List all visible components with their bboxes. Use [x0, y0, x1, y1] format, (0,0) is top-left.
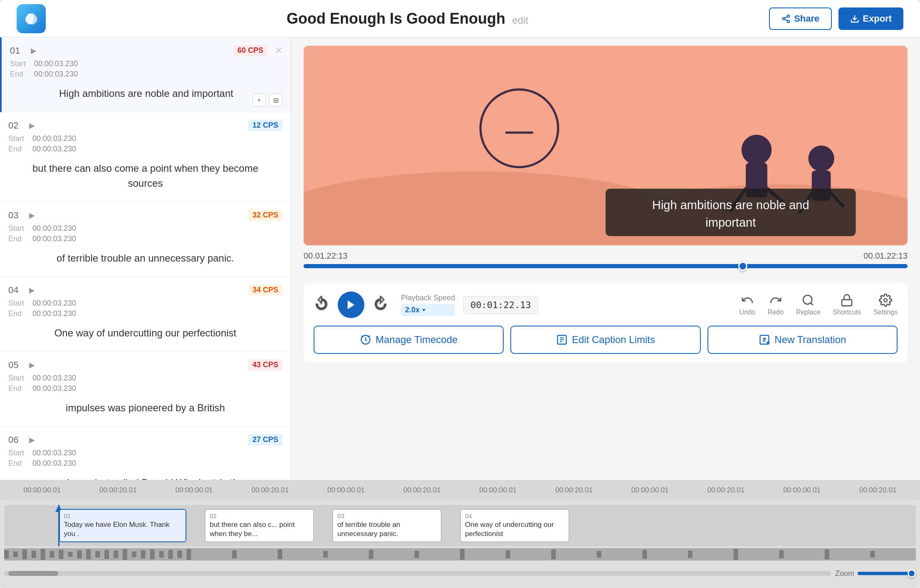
timeline-segment-4[interactable]: 04 One way of undercutting our perfectio…	[460, 509, 569, 542]
start-time-1[interactable]: 00:00:03.230	[34, 59, 282, 68]
caption-play-1[interactable]: ▶	[31, 46, 37, 55]
top-actions: Share Export	[769, 7, 903, 30]
end-time-3[interactable]: 00:00:03.230	[32, 235, 282, 243]
progress-bar-container	[304, 264, 908, 268]
timeline-segment-1[interactable]: 01 Today we have Elon Musk. Thank you .	[59, 509, 187, 542]
timeline-track: 01 Today we have Elon Musk. Thank you . …	[4, 505, 916, 546]
caption-play-6[interactable]: ▶	[29, 435, 35, 445]
caption-play-2[interactable]: ▶	[29, 121, 35, 130]
edit-caption-limits-button[interactable]: Edit Caption Limits	[510, 326, 700, 354]
caption-close-1[interactable]: ✕	[275, 45, 282, 56]
caption-text-5[interactable]: impulses was pioneered by a British	[8, 397, 282, 419]
start-time-6[interactable]: 00:00:03.230	[32, 449, 282, 457]
export-button[interactable]: Export	[838, 7, 903, 30]
app-logo	[17, 4, 46, 33]
caption-text-6[interactable]: psychoanalyst called Donald Winnicott in…	[8, 472, 282, 480]
zoom-slider[interactable]	[858, 572, 916, 575]
zoom-thumb[interactable]	[908, 569, 916, 578]
redo-button[interactable]: Redo	[768, 294, 784, 316]
svg-text:5: 5	[378, 302, 381, 306]
caption-timing-2: Start 00:00:03.230 End 00:00:03.230	[8, 134, 282, 153]
svg-point-11	[742, 135, 772, 165]
caption-num-6: 06	[8, 435, 25, 445]
caption-play-5[interactable]: ▶	[29, 361, 35, 370]
start-time-3[interactable]: 00:00:03.230	[32, 224, 282, 233]
progress-thumb[interactable]	[738, 262, 747, 271]
share-button[interactable]: Share	[769, 7, 832, 30]
ruler-mark: 00:00:00.01	[4, 486, 80, 494]
caption-header-1: 01 ▶ 60 CPS ✕	[10, 45, 282, 56]
svg-rect-57	[168, 550, 173, 559]
end-label-2: End	[8, 145, 29, 153]
svg-rect-42	[32, 551, 36, 558]
caption-header-5: 05 ▶ 43 CPS	[8, 359, 282, 371]
caption-play-4[interactable]: ▶	[29, 286, 35, 295]
undo-button[interactable]: Undo	[739, 294, 755, 316]
timeline-area: 00:00:00.01 00:00:20.01 00:00:00.01 00:0…	[0, 480, 920, 588]
new-translation-button[interactable]: New Translation	[707, 326, 898, 354]
svg-rect-50	[104, 550, 109, 559]
replace-button[interactable]: Replace	[796, 294, 821, 316]
shortcuts-button[interactable]: Shortcuts	[833, 294, 861, 316]
end-label-5: End	[8, 384, 29, 393]
playback-row: 5 5 Pla	[314, 292, 898, 318]
app-container: Good Enough Is Good Enough edit Share Ex…	[0, 0, 920, 588]
svg-rect-59	[186, 549, 191, 560]
caption-text-1[interactable]: High ambitions are noble and important	[10, 83, 282, 104]
progress-bar-area[interactable]	[304, 261, 908, 268]
cps-badge-5: 43 CPS	[248, 359, 282, 371]
title-area: Good Enough Is Good Enough edit	[46, 10, 769, 27]
time-current: 00.01.22:13	[304, 251, 348, 261]
svg-rect-67	[551, 549, 556, 559]
timeline-segment-2[interactable]: 02 but there can also c... point when th…	[205, 509, 314, 542]
speed-label: Playback Speed	[401, 294, 455, 302]
caption-header-6: 06 ▶ 27 CPS	[8, 434, 282, 445]
timeline-scrollbar[interactable]	[4, 571, 831, 576]
captions-panel: 01 ▶ 60 CPS ✕ Start 00:00:03.230 End 00:…	[0, 37, 291, 480]
caption-timing-3: Start 00:00:03.230 End 00:00:03.230	[8, 224, 282, 243]
svg-rect-48	[86, 549, 91, 559]
ruler-mark: 00:00:00.01	[156, 486, 232, 494]
svg-rect-65	[460, 549, 465, 560]
timeline-segment-3[interactable]: 03 of terrible trouble an unnecessary pa…	[332, 509, 442, 542]
manage-timecode-button[interactable]: Manage Timecode	[314, 326, 504, 354]
start-label-5: Start	[8, 374, 29, 383]
caption-play-3[interactable]: ▶	[29, 211, 35, 220]
forward-5-button[interactable]: 5	[373, 296, 388, 314]
edit-link[interactable]: edit	[512, 15, 528, 26]
caption-timing-1: Start 00:00:03.230 End 00:00:03.230	[10, 59, 282, 79]
start-time-2[interactable]: 00:00:03.230	[32, 134, 282, 143]
caption-text-4[interactable]: One way of undercutting our perfectionis…	[8, 322, 282, 344]
zoom-area: Zoom	[835, 569, 916, 578]
start-time-5[interactable]: 00:00:03.230	[32, 374, 282, 383]
end-time-1[interactable]: 00:00:03.230	[34, 70, 282, 79]
caption-merge-btn-1[interactable]: ⊞	[269, 94, 282, 107]
svg-rect-41	[22, 549, 27, 559]
end-time-6[interactable]: 00:00:03.230	[32, 459, 282, 468]
svg-point-1	[783, 17, 785, 20]
end-time-5[interactable]: 00:00:03.230	[32, 384, 282, 393]
end-time-4[interactable]: 00:00:03.230	[32, 309, 282, 318]
caption-text-2[interactable]: but there can also come a point when the…	[8, 158, 282, 194]
rewind-5-button[interactable]: 5	[314, 296, 329, 314]
caption-header-4: 04 ▶ 34 CPS	[8, 284, 282, 296]
start-time-4[interactable]: 00:00:03.230	[32, 299, 282, 308]
caption-num-3: 03	[8, 210, 25, 221]
svg-rect-49	[95, 551, 100, 558]
play-button[interactable]	[338, 292, 364, 318]
svg-rect-74	[870, 551, 875, 558]
ruler-mark: 00:00:20.01	[536, 486, 612, 494]
speed-badge[interactable]: 2.0x	[401, 304, 455, 316]
caption-text-3[interactable]: of terrible trouble an unnecessary panic…	[8, 247, 282, 269]
progress-bar-track	[304, 264, 738, 268]
svg-marker-23	[348, 301, 354, 309]
end-time-2[interactable]: 00:00:03.230	[32, 145, 282, 153]
svg-rect-62	[323, 551, 328, 558]
caption-add-btn-1[interactable]: +	[252, 94, 266, 107]
start-label-2: Start	[8, 134, 29, 143]
scrollbar-thumb[interactable]	[8, 571, 58, 576]
main-content: 01 ▶ 60 CPS ✕ Start 00:00:03.230 End 00:…	[0, 37, 920, 480]
seg-text-4: One way of undercutting our perfectionis…	[465, 520, 564, 539]
settings-button[interactable]: Settings	[873, 294, 898, 316]
svg-rect-44	[50, 551, 54, 558]
